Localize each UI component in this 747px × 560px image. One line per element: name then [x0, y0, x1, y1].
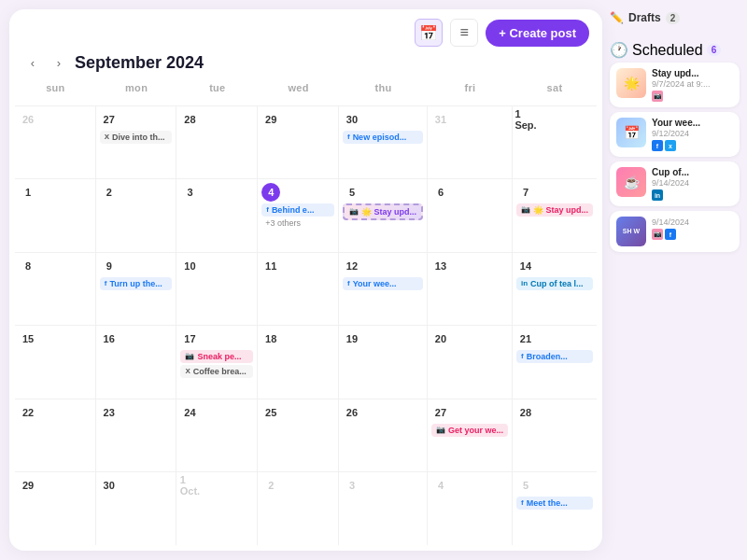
day-cell[interactable]: 21fBroaden...	[513, 325, 597, 399]
event-chip[interactable]: 📷🌟 Stay upd...	[343, 203, 423, 220]
event-chip[interactable]: 📷Sneak pe...	[180, 350, 253, 363]
card-social-icons: in	[652, 189, 733, 201]
day-cell[interactable]: 1 Sep.	[513, 105, 597, 179]
day-cell[interactable]: 26	[15, 105, 96, 179]
list-view-button[interactable]: ≡	[450, 19, 478, 47]
event-chip[interactable]: fMeet the...	[516, 497, 593, 510]
social-icon-tw: x	[665, 140, 676, 151]
day-header-fri: fri	[428, 80, 513, 105]
day-header-thu: thu	[339, 80, 428, 105]
day-cell[interactable]: 12fYour wee...	[339, 252, 428, 326]
event-chip[interactable]: XDive into th...	[100, 131, 173, 144]
calendar-view-button[interactable]: 📅	[415, 19, 443, 47]
day-cell[interactable]: 9fTurn up the...	[96, 252, 177, 326]
event-chip[interactable]: fYour wee...	[343, 277, 423, 290]
day-cell[interactable]: 17📷Sneak pe...XCoffee brea...	[176, 325, 258, 399]
event-social-icon: f	[347, 133, 350, 141]
day-number: 29	[261, 110, 280, 129]
day-cell[interactable]: 26	[339, 399, 428, 472]
event-chip[interactable]: inCup of tea l...	[516, 277, 593, 290]
event-chip[interactable]: XCoffee brea...	[180, 365, 253, 378]
sidebar-card[interactable]: SH W9/14/2024📷f	[610, 211, 740, 252]
event-chip[interactable]: 📷Get your we...	[431, 424, 508, 437]
event-social-icon: 📷	[349, 208, 359, 216]
day-cell[interactable]: 29	[15, 471, 96, 545]
sidebar-card[interactable]: 🌟Stay upd...9/7/2024 at 9:...📷	[610, 63, 740, 107]
event-chip[interactable]: fBehind e...	[261, 203, 334, 217]
day-cell[interactable]: 8	[15, 252, 96, 326]
day-cell[interactable]: 2	[96, 178, 177, 252]
month-title: September 2024	[75, 53, 204, 73]
day-cell[interactable]: 23	[96, 399, 177, 472]
day-cell[interactable]: 14inCup of tea l...	[513, 252, 597, 326]
day-number: 26	[19, 110, 37, 129]
day-cell[interactable]: 13	[428, 252, 513, 326]
day-cell[interactable]: 30	[96, 471, 177, 545]
day-cell[interactable]: 5📷🌟 Stay upd...	[339, 178, 428, 252]
prev-month-button[interactable]: ‹	[22, 52, 43, 73]
day-cell[interactable]: 10	[176, 252, 258, 326]
day-cell[interactable]: 3	[176, 178, 258, 252]
day-header-tue: tue	[176, 80, 258, 105]
day-cell[interactable]: 1 Oct.	[176, 471, 258, 545]
event-chip[interactable]: fNew episod...	[343, 131, 423, 144]
day-number: 4	[431, 476, 450, 495]
day-number: 25	[261, 403, 280, 422]
day-cell[interactable]: 28	[176, 105, 258, 179]
day-number: 13	[431, 257, 450, 275]
event-chip[interactable]: 📷🌟 Stay upd...	[516, 203, 593, 217]
day-cell[interactable]: 29	[258, 105, 339, 179]
event-social-icon: X	[185, 368, 190, 375]
more-events-label[interactable]: +3 others	[261, 218, 334, 228]
day-cell[interactable]: 30fNew episod...	[339, 105, 428, 179]
day-cell[interactable]: 19	[339, 325, 428, 399]
day-cell[interactable]: 22	[15, 399, 96, 472]
day-cell[interactable]: 11	[258, 252, 339, 326]
day-cell[interactable]: 2	[258, 471, 339, 545]
event-chip[interactable]: fBroaden...	[516, 350, 593, 363]
day-cell[interactable]: 20	[428, 325, 513, 399]
card-thumbnail: ☕	[616, 167, 646, 197]
day-number: 1 Oct.	[180, 476, 199, 495]
social-icon-fb: f	[665, 229, 676, 240]
event-social-icon: f	[521, 499, 524, 507]
day-cell[interactable]: 25	[258, 399, 339, 472]
day-number: 26	[343, 403, 361, 422]
scheduled-label: Scheduled	[632, 42, 703, 59]
day-cell[interactable]: 18	[258, 325, 339, 399]
next-month-button[interactable]: ›	[49, 52, 69, 73]
day-cell[interactable]: 3	[339, 471, 428, 545]
card-social-icons: 📷	[652, 91, 733, 102]
day-number: 7	[516, 183, 535, 202]
event-chip[interactable]: fTurn up the...	[100, 277, 173, 290]
create-post-button[interactable]: + Create post	[486, 20, 589, 47]
sidebar-card[interactable]: 📅Your wee...9/12/2024fx	[610, 112, 740, 157]
day-cell[interactable]: 15	[15, 325, 96, 399]
day-cell[interactable]: 31	[428, 105, 513, 179]
day-cell[interactable]: 1	[15, 178, 96, 252]
day-cell[interactable]: 28	[513, 399, 597, 472]
card-title: Your wee...	[652, 118, 733, 128]
day-cell[interactable]: 5fMeet the...	[513, 471, 597, 545]
day-cell[interactable]: 24	[176, 399, 258, 472]
drafts-icon: ✏️	[610, 11, 624, 24]
day-cell[interactable]: 27XDive into th...	[96, 105, 177, 179]
day-number: 2	[261, 476, 280, 495]
day-number: 23	[100, 403, 119, 422]
card-info: Stay upd...9/7/2024 at 9:...📷	[652, 68, 733, 102]
drafts-header: ✏️ Drafts 2	[610, 11, 740, 24]
day-cell[interactable]: 7📷🌟 Stay upd...	[513, 178, 597, 252]
event-label: New episod...	[353, 133, 407, 142]
day-number: 15	[19, 329, 37, 348]
day-cell[interactable]: 6	[428, 178, 513, 252]
day-cell[interactable]: 4fBehind e...+3 others	[258, 178, 339, 252]
day-cell[interactable]: 4	[428, 471, 513, 545]
day-cell[interactable]: 16	[96, 325, 177, 399]
event-label: Sneak pe...	[197, 352, 241, 361]
sidebar-card[interactable]: ☕Cup of...9/14/2024in	[610, 161, 740, 206]
day-number: 24	[180, 403, 199, 422]
day-number: 11	[261, 257, 280, 275]
social-icon-li: in	[652, 189, 663, 201]
day-cell[interactable]: 27📷Get your we...	[428, 399, 513, 472]
card-date: 9/14/2024	[652, 178, 733, 188]
